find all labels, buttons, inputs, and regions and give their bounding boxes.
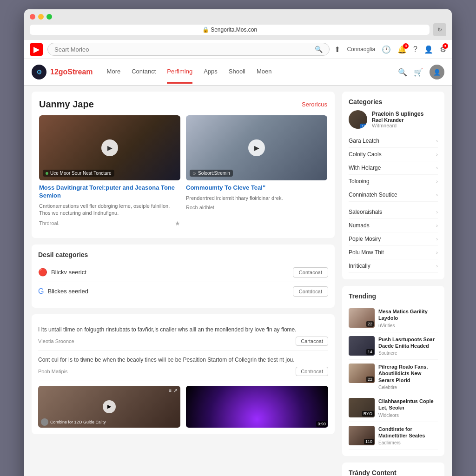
right-column: Categories 10 Praeloin S uplinges Rael K… xyxy=(342,92,444,476)
left-column: Uanmy Jape Seroricus ▶ Uce Moor Sour Nes… xyxy=(32,92,335,476)
yt-logo[interactable]: ▶ xyxy=(30,43,43,56)
user-icon[interactable]: 👤 xyxy=(424,45,433,54)
upload-icon[interactable]: ⬆ xyxy=(334,45,340,54)
browser-chrome: ↻ xyxy=(24,9,452,40)
connect-btn-1[interactable]: Contacoat xyxy=(293,267,328,278)
cat-arrow-9: › xyxy=(436,250,438,255)
help-icon[interactable]: ? xyxy=(413,45,417,53)
video-title-2[interactable]: Commoumty To Cleve Teal" xyxy=(186,184,327,192)
video-thumb-1[interactable]: ▶ Uce Moor Sour Nest Tonctare xyxy=(39,115,180,180)
minimize-dot[interactable] xyxy=(38,14,44,20)
cat-list-with[interactable]: With Helarge › xyxy=(349,161,438,175)
topbar-right: ⬆ Connaoglia 🕐 🔔8 ? 👤 ⚙● xyxy=(334,45,446,54)
trending-thumb-3[interactable]: 22 xyxy=(349,364,375,383)
shopping-icon[interactable]: 🛒 xyxy=(414,68,423,77)
cat-logo-1: 🔴 xyxy=(38,268,47,277)
trending-thumb-5[interactable]: 110 xyxy=(349,426,375,445)
cat-list-inrit[interactable]: Inritically › xyxy=(349,259,438,273)
article-btn-2[interactable]: Controcat xyxy=(296,367,328,376)
video-card-1: ▶ Uce Moor Sour Nest Tonctare Moss Davit… xyxy=(39,115,180,231)
bottom-videos: ▶ ≡ ↗ Combine for 12O Guide Eality xyxy=(38,386,328,428)
article-1: I lts untall tiime on folgugth rinstubat… xyxy=(38,321,328,351)
user-name: Praeloin S uplinges xyxy=(372,111,423,117)
refresh-button[interactable]: ↻ xyxy=(433,23,446,36)
trending-info-3: Pilrerag Roalo Fans, Aboutiildicts New S… xyxy=(378,364,438,390)
nav-avatar[interactable]: 👤 xyxy=(430,65,444,79)
article-text-1: I lts untall tiime on folgugth rinstubat… xyxy=(38,325,328,334)
cat-list-conninateh[interactable]: Conninateh Soutice › xyxy=(349,188,438,202)
share-icon[interactable]: ↗ xyxy=(173,388,178,394)
close-dot[interactable] xyxy=(30,14,35,20)
cat-list-numads[interactable]: Numads › xyxy=(349,219,438,232)
see-all-link[interactable]: Seroricus xyxy=(302,101,327,108)
cat-list-pople[interactable]: Pople Mosiry › xyxy=(349,232,438,246)
search-icon[interactable]: 🔍 xyxy=(315,46,323,53)
trending-thumb-4[interactable]: RYO xyxy=(349,398,375,417)
trending-item-3: 22 Pilrerag Roalo Fans, Aboutiildicts Ne… xyxy=(349,360,438,394)
connect-btn-2[interactable]: Contdocat xyxy=(293,286,328,297)
cat-left-2: G Blickes seeried xyxy=(38,287,88,296)
site-logo[interactable]: ⚙ 12goStream xyxy=(32,59,93,85)
featured-user: 10 Praeloin S uplinges Rael Krander Witm… xyxy=(349,110,438,129)
site-nav: ⚙ 12goStream More Contanct Perfiming App… xyxy=(24,59,452,86)
bottom-thumb-2[interactable]: 0:90 xyxy=(186,386,328,428)
cat-arrow-1: › xyxy=(436,138,438,144)
list-icon[interactable]: ≡ xyxy=(169,388,172,394)
video-footer-1: Thrdroal. ★ xyxy=(39,220,180,227)
video-footer-2: Rocb aldhlet xyxy=(186,205,327,210)
cat-list-coloity[interactable]: Coloity Caols › xyxy=(349,148,438,161)
video-info-2: Commoumty To Cleve Teal" Prenderrtred in… xyxy=(186,180,327,214)
cat-list-saleorai[interactable]: Saleoraishals › xyxy=(349,205,438,219)
trending-thumb-2[interactable]: 14 xyxy=(349,336,375,356)
sidebar-categories-card: Categories 10 Praeloin S uplinges Rael K… xyxy=(342,92,444,279)
browser-dots xyxy=(30,14,446,20)
cat-arrow-2: › xyxy=(436,152,438,157)
bottom-overlay-2 xyxy=(186,386,328,428)
bottom-thumb-1[interactable]: ▶ ≡ ↗ Combine for 12O Guide Eality xyxy=(38,386,180,428)
nav-contact[interactable]: Contanct xyxy=(132,60,156,84)
star-icon-1[interactable]: ★ xyxy=(175,220,180,227)
cat-left-1: 🔴 Blickv seerict xyxy=(38,268,86,277)
nav-right: 🔍 🛒 👤 xyxy=(398,65,444,79)
apps-icon[interactable]: ⚙● xyxy=(440,45,446,54)
search-nav-icon[interactable]: 🔍 xyxy=(398,68,407,77)
maximize-dot[interactable] xyxy=(46,14,52,20)
address-bar[interactable] xyxy=(30,25,430,35)
trending-duration-3: 22 xyxy=(366,377,374,382)
desil-title: Desil categories xyxy=(38,251,328,258)
video-thumb-2[interactable]: ▶ ⊙ Soloort:Stremin xyxy=(186,115,327,180)
trending-sub-5: Eadlirmers xyxy=(378,440,438,445)
video-desc-1: Cnrtionamestions vell fler dobrging lern… xyxy=(39,203,180,217)
cat-list-polu[interactable]: Polu Mow Thit › xyxy=(349,246,438,259)
nav-apps[interactable]: Apps xyxy=(204,60,218,84)
trending-thumb-1[interactable]: 22 xyxy=(349,308,375,328)
play-button-1[interactable]: ▶ xyxy=(101,139,118,156)
topbar-btn[interactable]: Connaoglia xyxy=(347,46,375,53)
cat-arrow-6: › xyxy=(436,209,438,215)
trending-duration-1: 22 xyxy=(366,321,374,327)
user-badge: 10 xyxy=(360,124,367,129)
nav-shooll[interactable]: Shooll xyxy=(229,60,245,84)
nav-moen[interactable]: Moen xyxy=(257,60,272,84)
nav-perfiming[interactable]: Perfiming xyxy=(167,60,192,84)
cat-list-gara[interactable]: Gara Leatch › xyxy=(349,134,438,148)
cat-conninateh-label: Conninateh Soutice xyxy=(349,192,397,198)
bottom-play-1[interactable]: ▶ xyxy=(103,400,116,413)
user-avatar[interactable]: 10 xyxy=(349,110,367,129)
trending-info-1: Mesa Matics Garility Laydolo uVirlties xyxy=(378,308,438,328)
search-input[interactable] xyxy=(54,46,315,53)
cat-logo-2: G xyxy=(38,287,44,296)
notifications-icon[interactable]: 🔔8 xyxy=(397,45,407,54)
nav-more[interactable]: More xyxy=(107,60,121,84)
article-btn-1[interactable]: Cartacoat xyxy=(296,337,328,346)
article-source-1: Vleotia Sroonce xyxy=(38,338,74,344)
play-button-2[interactable]: ▶ xyxy=(248,139,265,156)
trending-title-1: Mesa Matics Garility Laydolo xyxy=(378,308,438,322)
clock-icon[interactable]: 🕐 xyxy=(382,45,391,54)
cat-list-tolooing[interactable]: Tolooing › xyxy=(349,175,438,188)
video-title-1[interactable]: Moss Davitingrat Torel:puter and Jeasona… xyxy=(39,184,180,200)
trending-sub-2: Soutnere xyxy=(378,350,438,356)
logo-text: 12goStream xyxy=(50,68,93,76)
trending-item-5: 110 Condtirate for Matinettitler Seales … xyxy=(349,422,438,450)
cat-gara-label: Gara Leatch xyxy=(349,138,379,144)
